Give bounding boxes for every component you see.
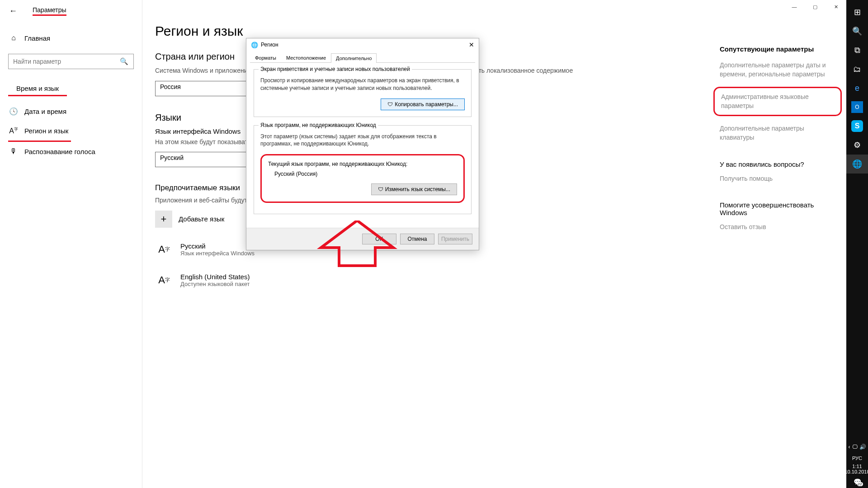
sidebar-home[interactable]: ⌂ Главная — [0, 29, 142, 47]
group-legend: Язык программ, не поддерживающих Юникод — [259, 122, 378, 128]
language-icon: A字 — [155, 271, 173, 289]
annotation-arrow — [316, 221, 398, 270]
related-link[interactable]: Дополнительные параметры клавиатуры — [720, 124, 837, 142]
group-legend: Экран приветствия и учетные записи новых… — [259, 66, 412, 72]
tab-location[interactable]: Местоположение — [281, 53, 331, 62]
settings-icon[interactable]: ⚙ — [846, 136, 868, 155]
sidebar-item-label: Дата и время — [24, 108, 66, 115]
nonunicode-group: Язык программ, не поддерживающих Юникод … — [254, 125, 472, 215]
add-language-label: Добавьте язык — [179, 215, 224, 223]
change-locale-button[interactable]: 🛡 Изменить язык системы... — [371, 183, 457, 195]
edge-icon[interactable]: e — [846, 79, 868, 98]
region-dialog: 🌐 Регион ✕ Форматы Местоположение Дополн… — [246, 38, 479, 250]
tab-formats[interactable]: Форматы — [250, 53, 281, 62]
globe-icon: 🌐 — [251, 42, 258, 48]
search-icon: 🔍 — [120, 57, 128, 66]
explorer-icon[interactable]: 🗂 — [846, 60, 868, 79]
language-sub: Доступен языковой пакет — [180, 281, 250, 287]
language-item[interactable]: A字 English (United States) Доступен язык… — [155, 271, 702, 289]
shield-icon: 🛡 — [378, 186, 383, 192]
microphone-icon: 🎙 — [9, 147, 18, 155]
help-link[interactable]: Получить помощь — [720, 174, 837, 183]
tray-volume-icon[interactable]: 🔊 — [859, 444, 866, 450]
sidebar-item-label: Регион и язык — [24, 127, 68, 135]
tab-advanced[interactable]: Дополнительно — [331, 53, 377, 63]
home-label: Главная — [24, 34, 50, 42]
feedback-heading: Помогите усовершенствовать Windows — [720, 201, 837, 216]
back-button[interactable]: ← — [9, 6, 17, 16]
taskview-icon[interactable]: ⧉ — [846, 41, 868, 60]
language-name: Русский — [180, 242, 255, 250]
group-text: Этот параметр (язык системы) задает язык… — [260, 133, 465, 148]
welcome-screen-group: Экран приветствия и учетные записи новых… — [254, 69, 472, 117]
feedback-link[interactable]: Оставить отзыв — [720, 223, 837, 232]
language-sub: Язык интерфейса Windows — [180, 250, 255, 257]
notifications-icon[interactable]: 💬22 — [854, 478, 861, 485]
dialog-title: Регион — [261, 42, 278, 48]
tray-monitor-icon[interactable]: 🖵 — [852, 444, 858, 450]
close-button[interactable]: ✕ — [826, 0, 846, 14]
search-input[interactable] — [8, 54, 134, 69]
apply-button[interactable]: Применить — [438, 234, 472, 244]
minimize-button[interactable]: — — [784, 0, 805, 14]
current-locale-value: Русский (Россия) — [268, 171, 457, 177]
search-icon[interactable]: 🔍 — [846, 22, 868, 41]
page-title: Регион и язык — [155, 23, 702, 39]
group-text: Просмотр и копирование международных пар… — [260, 77, 465, 92]
dialog-close-button[interactable]: ✕ — [469, 41, 474, 48]
cancel-button[interactable]: Отмена — [400, 234, 434, 244]
current-locale-label: Текущий язык программ, не поддерживающих… — [268, 161, 457, 167]
clock-icon: 🕓 — [9, 107, 18, 116]
language-name: English (United States) — [180, 273, 250, 281]
maximize-button[interactable]: ▢ — [805, 0, 826, 14]
related-link-admin[interactable]: Административные языковые параметры — [713, 87, 842, 116]
input-lang[interactable]: РУС — [852, 455, 862, 461]
highlighted-box: Текущий язык программ, не поддерживающих… — [260, 154, 465, 203]
outlook-icon[interactable]: O — [846, 98, 868, 117]
related-heading: Сопутствующие параметры — [720, 45, 837, 53]
language-icon: A字 — [155, 240, 173, 258]
sidebar-item-region[interactable]: A字 Регион и язык — [8, 121, 71, 142]
sidebar-item-speech[interactable]: 🎙 Распознавание голоса — [0, 142, 142, 161]
sidebar-item-label: Распознавание голоса — [24, 148, 95, 155]
start-icon[interactable]: ⊞ — [846, 3, 868, 22]
app-title: Параметры — [33, 6, 66, 16]
shield-icon: 🛡 — [387, 101, 393, 108]
questions-heading: У вас появились вопросы? — [720, 160, 837, 168]
language-icon: A字 — [9, 127, 18, 135]
sidebar-category: Время и язык — [8, 78, 67, 96]
clock-time[interactable]: 1:11 — [852, 464, 862, 469]
right-pane: Сопутствующие параметры Дополнительные п… — [720, 0, 846, 488]
window-controls: — ▢ ✕ — [784, 0, 846, 14]
taskbar: ⊞ 🔍 ⧉ 🗂 e O S ⚙ 🌐 ‹ 🖵 🔊 РУС 1:11 10.10.2… — [846, 0, 868, 488]
skype-icon[interactable]: S — [846, 117, 868, 136]
region-app-icon[interactable]: 🌐 — [846, 155, 868, 174]
clock-date: 10.10.2018 — [844, 469, 868, 474]
sidebar: ← Параметры ⌂ Главная 🔍 Время и язык 🕓 Д… — [0, 0, 142, 488]
copy-settings-button[interactable]: 🛡 Копировать параметры... — [381, 99, 465, 110]
home-icon: ⌂ — [9, 34, 18, 42]
plus-icon: + — [155, 211, 172, 228]
related-link[interactable]: Дополнительные параметры даты и времени,… — [720, 61, 837, 79]
sidebar-item-datetime[interactable]: 🕓 Дата и время — [0, 102, 142, 121]
tray-expand-icon[interactable]: ‹ — [849, 444, 850, 450]
